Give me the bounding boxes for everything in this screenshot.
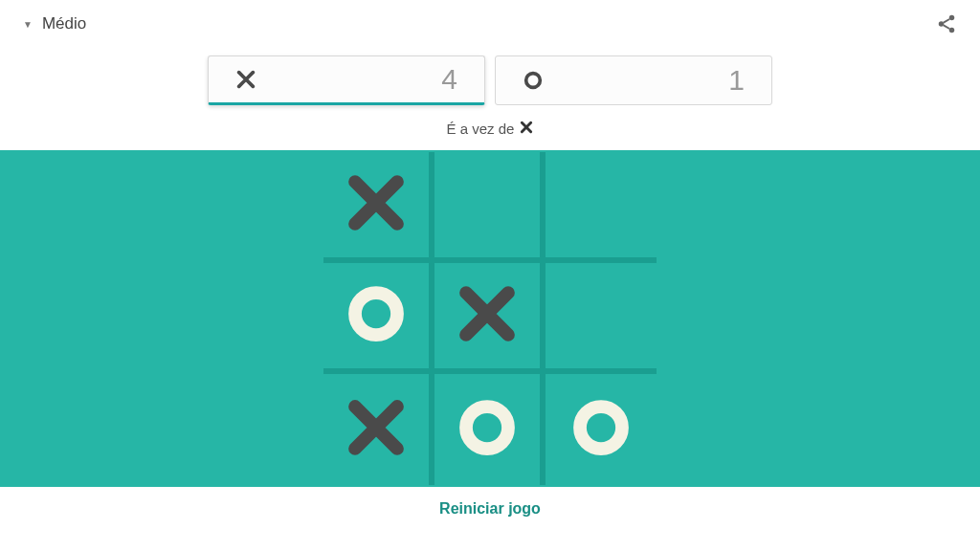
turn-indicator: É a vez de <box>0 109 980 150</box>
cell-1[interactable] <box>434 152 546 263</box>
restart-button[interactable]: Reiniciar jogo <box>0 487 980 531</box>
turn-player-icon <box>520 121 533 137</box>
svg-point-0 <box>949 15 955 21</box>
o-icon <box>523 70 544 91</box>
svg-point-4 <box>355 293 397 335</box>
svg-point-6 <box>580 407 622 449</box>
score-card-o[interactable]: 1 <box>495 55 772 105</box>
x-mark-icon <box>345 171 408 238</box>
cell-8[interactable] <box>546 374 657 485</box>
score-row: 4 1 <box>0 48 980 109</box>
x-icon <box>235 69 256 90</box>
o-mark-icon <box>456 396 519 463</box>
o-mark-icon <box>569 396 633 463</box>
o-mark-icon <box>345 282 408 349</box>
difficulty-label: Médio <box>42 14 86 33</box>
chevron-down-icon: ▼ <box>23 19 33 30</box>
cell-5[interactable] <box>546 263 657 374</box>
cell-7[interactable] <box>434 374 546 485</box>
share-icon[interactable] <box>936 13 957 34</box>
difficulty-dropdown[interactable]: ▼ Médio <box>23 14 86 33</box>
cell-0[interactable] <box>323 152 434 263</box>
cell-2[interactable] <box>546 152 657 263</box>
score-card-x[interactable]: 4 <box>208 55 485 105</box>
score-x-value: 4 <box>441 63 457 96</box>
board <box>323 152 657 485</box>
cell-4[interactable] <box>434 263 546 374</box>
board-area <box>0 150 980 487</box>
svg-point-1 <box>939 21 945 27</box>
score-o-value: 1 <box>728 64 745 97</box>
x-mark-icon <box>345 396 408 463</box>
header: ▼ Médio <box>0 0 980 48</box>
x-mark-icon <box>456 282 519 349</box>
svg-point-2 <box>949 28 955 33</box>
svg-point-3 <box>526 74 541 88</box>
cell-6[interactable] <box>323 374 434 485</box>
cell-3[interactable] <box>323 263 434 374</box>
turn-prefix: É a vez de <box>447 121 515 137</box>
svg-point-5 <box>466 407 508 449</box>
